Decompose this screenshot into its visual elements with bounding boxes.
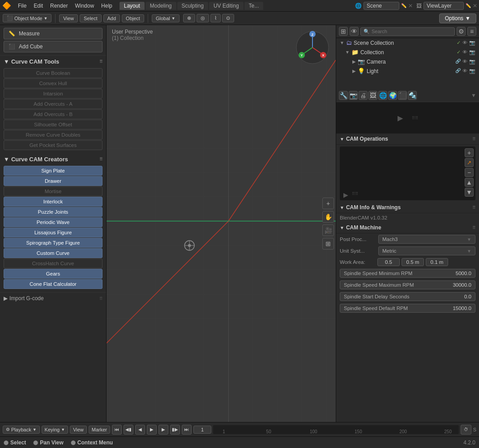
spirograph-type-figure-btn[interactable]: Spirograph Type Figure [4,238,103,248]
scene-collection-item[interactable]: ▼ 🗂 Scene Collection ✓ 👁 📷 [336,38,479,47]
playback-dropdown[interactable]: ⚙ Playback ▼ [3,426,40,434]
import-gcode-section[interactable]: ▶ Import G-code ⠿ [0,292,106,304]
view-dropdown[interactable]: View [70,426,87,434]
add-cube-tool-btn[interactable]: ⬛ Add Cube [4,41,103,52]
proportional-btn[interactable]: ◎ [197,14,209,22]
curve-boolean-btn[interactable]: Curve Boolean [4,68,103,78]
outliner-search-input[interactable] [372,29,452,34]
lissajous-figure-btn[interactable]: Lissajous Figure [4,228,103,237]
add-overcuts-b-btn[interactable]: Add Overcuts - B [4,109,103,119]
cam-machine-header[interactable]: ▼ CAM Machine ⠿ [336,222,479,233]
scene-collection-check-icon[interactable]: ✓ [457,40,461,46]
cam-op-external-btn[interactable]: ↗ [465,158,474,167]
camera-render-icon[interactable]: 📷 [469,59,475,65]
spindle-default-btn[interactable]: Spindle Speed Default RPM 15000.0 [340,304,475,313]
prop-icon-render[interactable]: 📷 [349,91,358,100]
prop-expand-icon[interactable]: ▼ [471,92,476,99]
timeline-frame-input[interactable]: 1 [193,426,211,434]
outliner-filter-btn[interactable]: ⚙ [457,27,466,36]
measure-tool-btn[interactable]: 📏 Measure [4,28,103,39]
get-pocket-surfaces-btn[interactable]: Get Pocket Surfaces [4,140,103,150]
camera-persp-btn[interactable]: 🎥 [322,224,334,236]
timeline-play-btn[interactable]: ▶ [147,425,157,435]
menu-window[interactable]: Window [71,2,98,10]
tab-uv-editing[interactable]: UV Editing [209,2,244,10]
light-render-icon[interactable]: 📷 [469,68,475,74]
collection-check-icon[interactable]: ✓ [457,49,461,55]
light-outliner-item[interactable]: ▶ 💡 Light 🔗 👁 📷 [336,66,479,76]
zoom-in-btn[interactable]: + [322,198,334,209]
gears-btn[interactable]: Gears [4,269,103,279]
scene-collection-camera-icon[interactable]: 📷 [469,40,475,46]
spindle-min-btn[interactable]: Spindle Speed Minimum RPM 5000.0 [340,269,475,278]
prop-icon-scene[interactable]: 🌐 [378,91,387,100]
view-menu-btn[interactable]: View [59,14,78,22]
convex-hull-btn[interactable]: Convex Hull [4,78,103,88]
navigation-gizmo[interactable]: Z X Y [295,30,330,65]
keying-dropdown[interactable]: Keying ▼ [42,426,68,434]
interlock-btn[interactable]: Interlock [4,197,103,207]
add-menu-btn[interactable]: Add [103,14,120,22]
menu-edit[interactable]: Edit [30,2,47,10]
timeline-next-frame-btn[interactable]: ▶ [158,425,168,435]
prop-icon-world[interactable]: 🌍 [388,91,397,100]
show-gizmo-btn[interactable]: ⊙ [222,14,234,22]
prop-icon-output[interactable]: 🖨 [359,91,368,100]
crosshatch-curve-btn[interactable]: CrossHatch Curve [4,258,103,268]
curve-cam-tools-header[interactable]: ▼ Curve CAM Tools ⠿ [0,56,106,68]
viewport-area[interactable]: User Perspective (1) Collection [107,25,336,422]
cam-op-add-btn[interactable]: + [465,148,474,157]
post-proc-dropdown[interactable]: Mach3 ▼ [378,235,475,244]
outliner-view-btn[interactable]: 👁 [350,27,359,36]
drawer-btn[interactable]: Drawer [4,176,103,186]
periodic-wave-btn[interactable]: Periodic Wave [4,217,103,227]
puzzle-joints-btn[interactable]: Puzzle Joints [4,207,103,217]
cam-operations-list[interactable]: + ↗ − ▲ ▼ ▶ ⠿⠿ [340,146,475,200]
collection-camera-icon[interactable]: 📷 [469,49,475,55]
unit-system-dropdown[interactable]: Metric ▼ [378,246,475,255]
preview-play-icon[interactable]: ▶ [398,114,403,122]
custom-curve-btn[interactable]: Custom Curve [4,248,103,258]
silhouette-offset-btn[interactable]: Silhouette Offset [4,120,103,129]
timeline-jump-end-btn[interactable]: ⏭ [182,425,192,435]
remove-curve-doubles-btn[interactable]: Remove Curve Doubles [4,130,103,140]
falloff-btn[interactable]: ⌇ [210,14,221,22]
timeline-ruler[interactable]: 1 50 100 150 200 250 [213,425,459,434]
spindle-max-btn[interactable]: Spindle Speed Maximum RPM 30000.0 [340,280,475,289]
marker-dropdown[interactable]: Marker [89,426,110,434]
tab-modeling[interactable]: Modeling [145,2,176,10]
collection-item[interactable]: ▼ 📁 Collection ✓ 👁 📷 [336,47,479,57]
cam-operations-header[interactable]: ▼ CAM Operations ⠿ [336,134,479,145]
camera-outliner-item[interactable]: ▶ 📷 Camera 🔗 👁 📷 [336,57,479,66]
tab-te[interactable]: Te... [244,2,264,10]
cam-op-down-btn[interactable]: ▼ [465,188,474,197]
pan-view-btn[interactable]: ✋ [322,211,334,223]
viewlayer-input[interactable] [423,2,464,10]
outliner-display-btn[interactable]: ⊞ [339,27,348,36]
menu-help[interactable]: Help [98,2,116,10]
prop-icon-object[interactable]: ⬛ [398,91,407,100]
menu-file[interactable]: File [14,2,30,10]
cam-info-header[interactable]: ▼ CAM Info & Warnings ⠿ [336,202,479,213]
add-overcuts-a-btn[interactable]: Add Overcuts - A [4,99,103,109]
tab-layout[interactable]: Layout [120,2,145,10]
object-menu-btn[interactable]: Object [122,14,144,22]
work-area-x-input[interactable] [377,258,400,266]
work-area-z-input[interactable] [426,258,448,266]
cam-op-up-btn[interactable]: ▲ [465,178,474,187]
prop-icon-modifier[interactable]: 🔩 [408,91,417,100]
timeline-jump-start-btn[interactable]: ⏮ [112,425,122,435]
cone-flat-calculator-btn[interactable]: Cone Flat Calculator [4,279,103,289]
menu-render[interactable]: Render [47,2,71,10]
timeline-prev-keyframe-btn[interactable]: ◀▮ [124,425,133,435]
collection-eye-icon[interactable]: 👁 [462,49,467,55]
intarsion-btn[interactable]: Intarsion [4,89,103,99]
cam-op-remove-btn[interactable]: − [465,168,474,177]
render-visibility-btn[interactable]: ⊞ [322,238,334,250]
mortise-btn[interactable]: Mortise [4,186,103,196]
global-selector[interactable]: Global ▼ [152,14,180,22]
spindle-delay-btn[interactable]: Spindle Start Delay Seconds 0.0 [340,292,475,301]
prop-icon-tools[interactable]: 🔧 [339,91,348,100]
scene-collection-eye-icon[interactable]: 👁 [462,40,467,46]
sign-plate-btn[interactable]: Sign Plate [4,166,103,176]
